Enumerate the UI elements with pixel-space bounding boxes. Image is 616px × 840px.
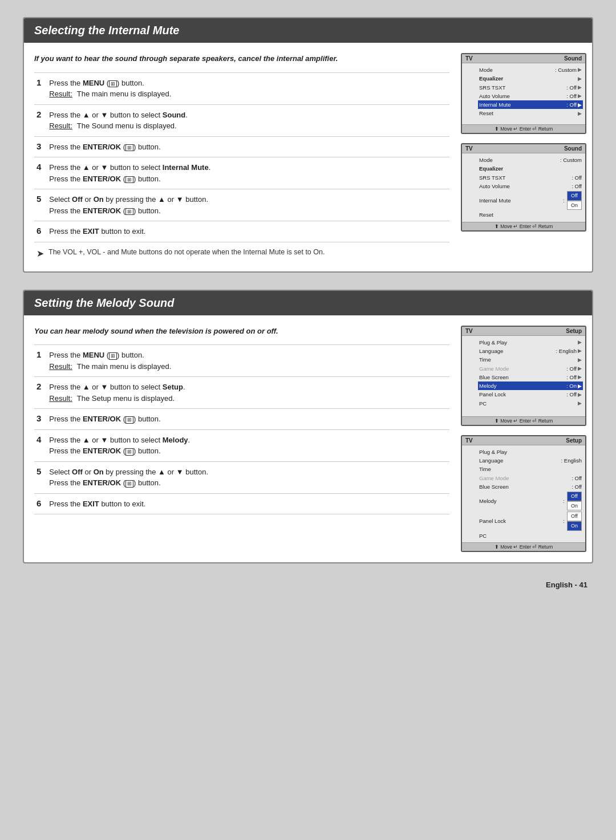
step-number: 3 [34,136,47,157]
step-number: 4 [34,429,47,461]
tv-screen-header: TVSetup [462,327,585,336]
tv-menu-icon [465,506,475,514]
result-label: Result: [49,361,72,372]
step-content: Select Off or On by pressing the ▲ or ▼ … [47,189,449,221]
tv-menu-row: Panel Lock: Off▶ [478,390,583,399]
step-content: Press the EXIT button to exit. [47,221,449,242]
tv-menu-row: Plug & Play [478,448,583,456]
tv-row-value-text: : Custom [555,66,577,74]
tv-row-label: Game Mode [479,365,509,372]
tv-row-colon: : [563,197,565,204]
step-content: Press the ▲ or ▼ button to select Melody… [47,429,449,461]
tv-menu-row: Internal Mute:OffOn [478,190,583,210]
table-row: 3Press the ENTER/OK (⊞) button. [34,409,449,430]
tv-menu-row: Equalizer▶ [478,74,583,83]
step-main: Press the ENTER/OK (⊞) button. [49,415,160,423]
tv-row-value: : Off [572,182,582,190]
tv-menu-row: Reset▶ [478,109,583,117]
tv-row-label: Melody [479,497,497,505]
tv-screen-footer: ⬆ Move ↵ Enter ⏎ Return [462,222,585,230]
tv-row-arrow-icon: ▶ [578,110,582,117]
step-content: Press the ENTER/OK (⊞) button. [47,136,449,157]
step-main: Press the ENTER/OK (⊞) button. [49,143,160,151]
step-main: Press the ▲ or ▼ button to select Intern… [49,163,210,172]
result-line: Result:The main menu is displayed. [49,361,447,372]
tv-screens-internal-mute: TVSoundMode: Custom▶Equalizer▶SRS TSXT: … [461,53,586,261]
tv-menu-row: SRS TSXT: Off [478,173,583,182]
tv-menu-icon [465,156,475,164]
tv-row-value: : Off▶ [566,84,582,91]
page-number: English - 41 [546,581,587,589]
tv-row-label: Internal Mute [479,197,510,204]
table-row: 5Select Off or On by pressing the ▲ or ▼… [34,189,449,221]
tv-row-colon: : [563,517,565,525]
tv-screens-melody: TVSetupPlug & Play▶Language: English▶Tim… [461,326,586,552]
tv-row-value: ▶ [577,110,582,117]
menu-icon: ⊞ [125,448,133,456]
step-content: Press the ▲ or ▼ button to select Sound.… [47,104,449,136]
tv-row-value: : Custom▶ [555,66,582,74]
tv-row-value: :OffOn [563,492,582,510]
step-content: Press the ▲ or ▼ button to select Intern… [47,157,449,189]
tv-row-arrow-icon: ▶ [578,400,582,407]
step-content: Press the MENU (⊞) button.Result:The mai… [47,72,449,104]
tv-row-label: Melody [479,382,497,389]
tv-menu-rows: Mode: CustomEqualizerSRS TSXT: OffAuto V… [478,155,585,221]
tv-menu-row: Plug & Play▶ [478,338,583,347]
tv-popup-option: Off [567,191,582,201]
tv-row-arrow-icon: ▶ [578,365,582,372]
tv-menu-row: Equalizer [478,164,583,173]
step-main: Press the EXIT button to exit. [49,227,145,236]
tv-row-label: SRS TSXT [479,174,505,181]
tv-menu-icon [465,377,475,385]
tv-row-label: Blue Screen [479,483,509,490]
step-main: Press the EXIT button to exit. [49,500,145,508]
tv-row-colon: : [563,497,565,505]
tv-popup-option: Off [567,492,582,501]
tv-menu-icon [465,396,475,404]
tv-row-value-text: : Off [566,101,577,108]
tv-menu-row: Blue Screen: Off▶ [478,373,583,382]
tv-row-label: Plug & Play [479,448,507,456]
tv-menu-row: PC▶ [478,399,583,408]
tv-icons-column [462,64,478,123]
table-row: 2Press the ▲ or ▼ button to select Setup… [34,377,449,409]
tv-menu-icon [465,194,475,202]
menu-icon: ⊞ [125,208,133,216]
menu-icon: ⊞ [125,480,133,488]
tv-row-label: Blue Screen [479,374,509,381]
tv-menu-icon [465,85,475,93]
tv-row-label: PC [479,400,487,407]
tv-menu-rows: Plug & Play▶Language: English▶Time▶Game … [478,337,585,415]
tv-menu-icon [465,516,475,524]
tv-menu-icon [465,387,475,395]
tv-popup: OffOn [567,191,582,210]
tv-header-right: Sound [564,55,582,62]
tv-popup: OffOn [567,512,582,530]
tv-row-arrow-icon: ▶ [578,383,582,390]
tv-row-label: Language [479,347,503,355]
menu-icon: ⊞ [125,416,133,424]
tv-row-label: Panel Lock [479,517,506,525]
table-row: 1Press the MENU (⊞) button.Result:The ma… [34,72,449,104]
tv-row-arrow-icon: ▶ [578,347,582,355]
table-row: 4Press the ▲ or ▼ button to select Melod… [34,429,449,461]
tv-row-label: Mode [479,66,493,74]
tv-screen-header: TVSound [462,144,585,153]
tv-row-arrow-icon: ▶ [578,374,582,381]
section-melody-sound: Setting the Melody Sound You can hear me… [23,290,593,563]
tv-menu-icon [465,496,475,504]
tv-menu-row: Melody: On▶ [478,382,583,390]
table-row: 6Press the EXIT button to exit. [34,493,449,514]
tv-menu-icon [465,358,475,366]
tv-screen-footer: ⬆ Move ↵ Enter ⏎ Return [462,124,585,133]
steps-table-melody: 1Press the MENU (⊞) button.Result:The ma… [34,344,449,514]
tv-row-label: Panel Lock [479,391,506,398]
step-main2: Press the ENTER/OK (⊞) button. [49,175,160,183]
step-number: 2 [34,104,47,136]
tv-menu-icon [465,95,475,103]
tv-row-value: : Off▶ [566,391,582,398]
tv-row-label: Equalizer [479,75,503,82]
tv-popup-option: On [567,521,582,531]
tv-popup-option: On [567,501,582,511]
